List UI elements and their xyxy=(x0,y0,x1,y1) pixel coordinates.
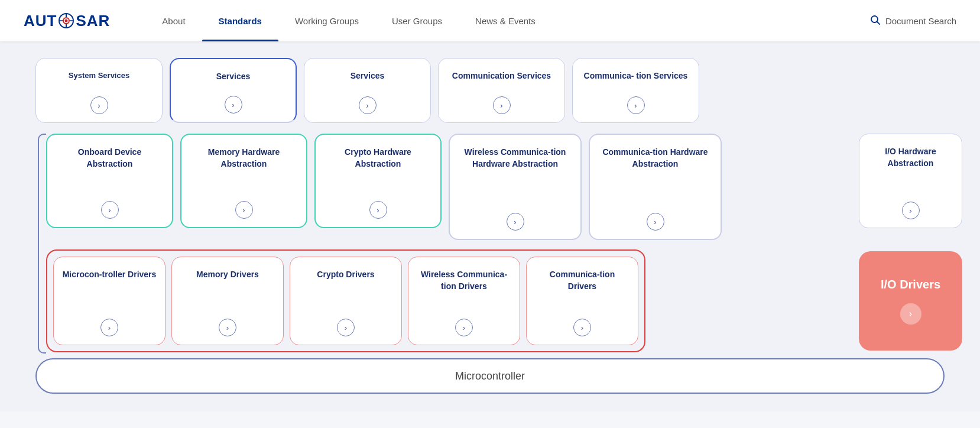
nav: About Standards Working Groups User Grou… xyxy=(145,0,870,41)
card-crypto-drivers-arrow[interactable]: › xyxy=(337,319,355,336)
header-search[interactable]: Document Search xyxy=(870,15,956,27)
card-tion-services-title: Communica- tion Services xyxy=(583,70,688,82)
card-services-2-title: Services xyxy=(315,70,420,82)
card-comm-hw-arrow[interactable]: › xyxy=(647,213,664,231)
svg-point-6 xyxy=(65,20,68,22)
svg-line-8 xyxy=(877,21,880,24)
card-tion-services-arrow[interactable]: › xyxy=(627,96,645,114)
nav-news-events[interactable]: News & Events xyxy=(459,0,552,41)
card-crypto-hw-arrow[interactable]: › xyxy=(369,201,387,219)
card-services-1[interactable]: Services › xyxy=(170,58,297,123)
io-hw-abs-card[interactable]: I/O Hardware Abstraction › xyxy=(859,134,962,228)
card-memory-hw-abs[interactable]: Memory Hardware Abstraction › xyxy=(180,134,307,228)
card-crypto-drivers-title: Crypto Drivers xyxy=(298,269,393,281)
top-row: System Services › Services › Services › … xyxy=(35,47,962,129)
microcontroller-bar[interactable]: Microcontroller xyxy=(35,358,945,394)
card-wireless-drivers-title: Wireless Communica-tion Drivers xyxy=(417,269,511,292)
card-services-1-arrow[interactable]: › xyxy=(225,96,242,114)
nav-about[interactable]: About xyxy=(145,0,202,41)
nav-standards[interactable]: Standards xyxy=(202,0,278,41)
mid-row: Onboard Device Abstraction › Memory Hard… xyxy=(46,129,962,245)
left-bracket-container xyxy=(35,129,46,358)
card-memory-hw-title: Memory Hardware Abstraction xyxy=(192,147,296,170)
rows-inner: Onboard Device Abstraction › Memory Hard… xyxy=(46,129,962,358)
card-mc-drivers-title: Microcon-troller Drivers xyxy=(62,269,157,281)
left-bracket xyxy=(38,134,46,354)
card-tion-services[interactable]: Communica- tion Services › xyxy=(572,58,699,123)
io-hw-abs-top-spacer xyxy=(859,58,962,123)
search-icon xyxy=(870,15,881,27)
card-memory-drivers-title: Memory Drivers xyxy=(180,269,275,281)
nav-working-groups[interactable]: Working Groups xyxy=(278,0,375,41)
card-crypto-hw-abs[interactable]: Crypto Hardware Abstraction › xyxy=(314,134,442,228)
card-onboard-device-abs[interactable]: Onboard Device Abstraction › xyxy=(46,134,173,228)
card-crypto-hw-title: Crypto Hardware Abstraction xyxy=(326,147,430,170)
main-content: System Services › Services › Services › … xyxy=(0,41,980,411)
card-system-services-arrow[interactable]: › xyxy=(90,96,108,114)
card-wireless-hw-arrow[interactable]: › xyxy=(507,213,524,231)
logo-text: AUT SAR xyxy=(24,12,110,30)
card-wireless-hw-title: Wireless Communica-tion Hardware Abstrac… xyxy=(460,147,570,170)
card-system-services[interactable]: System Services › xyxy=(35,58,163,123)
card-comm-hw-title: Communica-tion Hardware Abstraction xyxy=(601,147,710,170)
logo[interactable]: AUT SAR xyxy=(24,12,110,30)
card-onboard-title: Onboard Device Abstraction xyxy=(58,147,161,170)
card-wireless-drivers[interactable]: Wireless Communica-tion Drivers › xyxy=(408,257,520,345)
card-services-1-title: Services xyxy=(181,71,285,83)
card-comm-drivers-title: Communica-tion Drivers xyxy=(535,269,629,292)
card-comm-drivers[interactable]: Communica-tion Drivers › xyxy=(526,257,638,345)
card-memory-hw-arrow[interactable]: › xyxy=(235,201,253,219)
card-comm-services[interactable]: Communication Services › xyxy=(438,58,565,123)
card-services-2[interactable]: Services › xyxy=(304,58,431,123)
card-memory-drivers-arrow[interactable]: › xyxy=(219,319,236,336)
bracket-section: Onboard Device Abstraction › Memory Hard… xyxy=(35,129,962,358)
bottom-row: Microcon-troller Drivers › Memory Driver… xyxy=(46,245,962,358)
card-comm-drivers-arrow[interactable]: › xyxy=(573,319,591,336)
io-drivers-arrow[interactable]: › xyxy=(900,303,921,325)
card-system-services-title: System Services xyxy=(47,70,151,81)
card-comm-services-title: Communication Services xyxy=(449,70,554,82)
card-mc-drivers-arrow[interactable]: › xyxy=(100,319,118,336)
io-hw-abs-title: I/O Hardware Abstraction xyxy=(868,146,953,169)
card-onboard-arrow[interactable]: › xyxy=(101,201,119,219)
microcontroller-label: Microcontroller xyxy=(455,370,525,382)
card-wireless-drivers-arrow[interactable]: › xyxy=(455,319,473,336)
card-crypto-drivers[interactable]: Crypto Drivers › xyxy=(290,257,402,345)
drivers-group: Microcon-troller Drivers › Memory Driver… xyxy=(46,249,645,352)
logo-icon xyxy=(58,12,74,29)
io-drivers-title: I/O Drivers xyxy=(881,278,940,291)
nav-user-groups[interactable]: User Groups xyxy=(375,0,459,41)
card-wireless-hw-abs[interactable]: Wireless Communica-tion Hardware Abstrac… xyxy=(449,134,582,240)
header: AUT SAR About Standards Working Groups U… xyxy=(0,0,980,41)
card-memory-drivers[interactable]: Memory Drivers › xyxy=(171,257,284,345)
io-hw-abs-arrow[interactable]: › xyxy=(902,202,920,219)
search-label: Document Search xyxy=(885,16,956,26)
card-services-2-arrow[interactable]: › xyxy=(359,96,377,114)
card-microcontroller-drivers[interactable]: Microcon-troller Drivers › xyxy=(53,257,166,345)
io-drivers-card[interactable]: I/O Drivers › xyxy=(859,251,962,351)
card-comm-services-arrow[interactable]: › xyxy=(493,96,511,114)
card-comm-hw-abs[interactable]: Communica-tion Hardware Abstraction › xyxy=(589,134,722,240)
